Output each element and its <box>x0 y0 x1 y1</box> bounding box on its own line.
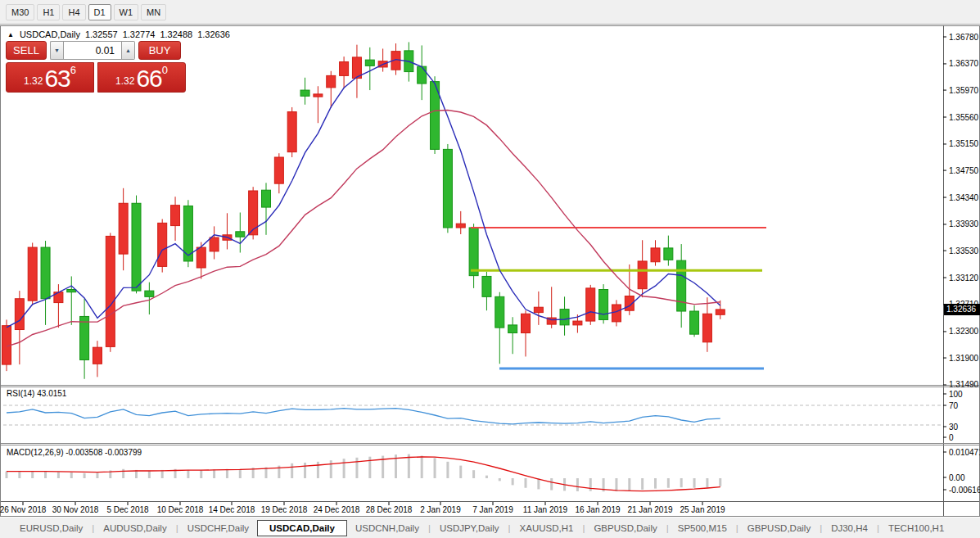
macd-histogram-bar <box>459 466 462 478</box>
date-axis-label: 25 Jan 2019 <box>680 505 725 514</box>
macd-histogram-bar <box>355 458 358 478</box>
symbol-tab-gbpusd-9[interactable]: GBPUSD,Daily <box>739 521 819 536</box>
symbol-tab-sp500-8[interactable]: SP500,M15 <box>670 521 735 536</box>
macd-histogram-bar <box>550 478 553 491</box>
candle-body <box>573 321 582 325</box>
date-axis-label: 7 Jan 2019 <box>472 505 513 514</box>
candle-body <box>651 248 660 262</box>
timeframe-button-h4[interactable]: H4 <box>62 4 85 20</box>
macd-histogram-bar <box>667 478 670 488</box>
date-axis-label: 26 Nov 2018 <box>0 505 47 514</box>
candle <box>586 285 595 325</box>
timeframe-button-d1[interactable]: D1 <box>88 4 111 20</box>
symbol-tab-usdcad-3[interactable]: USDCAD,Daily <box>257 520 347 536</box>
sell-price-button[interactable]: 1.32 63 6 <box>6 62 94 93</box>
candle-body <box>327 75 336 87</box>
candle-body <box>67 290 76 292</box>
candle <box>431 76 440 154</box>
macd-histogram-bar <box>148 471 151 478</box>
macd-histogram-bar <box>537 478 540 489</box>
timeframe-toolbar: M30H1H4D1W1MN <box>0 0 980 25</box>
candle-body <box>664 248 673 260</box>
macd-histogram-bar <box>44 472 47 478</box>
symbol-tab-xauusd-6[interactable]: XAUUSD,H1 <box>512 521 582 536</box>
tab-separator: | <box>508 523 511 533</box>
symbol-tab-audusd-1[interactable]: AUDUSD,Daily <box>95 521 174 536</box>
timeframe-button-h1[interactable]: H1 <box>37 4 60 20</box>
ohlc-high: 1.32774 <box>123 29 156 39</box>
one-click-trading-widget: SELL ▼ ▲ BUY 1.32 63 6 1.32 66 0 <box>6 41 187 93</box>
symbol-tab-gbpusd-7[interactable]: GBPUSD,Daily <box>585 521 665 536</box>
symbol-tab-usdjpy-5[interactable]: USDJPY,Daily <box>431 521 508 536</box>
macd-histogram-bar <box>628 478 630 491</box>
macd-histogram-bar <box>525 478 527 488</box>
candle <box>287 107 296 157</box>
tab-separator: | <box>820 523 822 533</box>
candle-body <box>702 314 711 342</box>
date-axis-label: 21 Jan 2019 <box>627 505 672 514</box>
tab-separator: | <box>736 523 738 533</box>
candle-body <box>340 62 349 76</box>
candle-body <box>106 236 115 346</box>
timeframe-button-mn[interactable]: MN <box>141 4 166 20</box>
candle-body <box>274 157 283 183</box>
rsi-axis-label: 0 <box>949 433 954 442</box>
macd-histogram-bar <box>57 472 60 478</box>
buy-price-button[interactable]: 1.32 66 0 <box>97 62 186 93</box>
tab-separator: | <box>582 523 585 533</box>
price-axis-label: 1.36370 <box>949 59 979 68</box>
macd-histogram-bar <box>70 472 73 478</box>
candle-body <box>287 112 296 152</box>
macd-axis-label: 0.010471 <box>949 448 980 457</box>
sell-price-prefix: 1.32 <box>24 75 43 87</box>
timeframe-button-w1[interactable]: W1 <box>114 4 139 20</box>
chart-symbol-label: USDCAD,Daily <box>20 29 80 39</box>
macd-histogram-bar <box>343 459 345 478</box>
symbol-tab-usdchf-2[interactable]: USDCHF,Daily <box>179 521 257 536</box>
candle-body <box>210 237 219 251</box>
chart-title: ▲USDCAD,Daily1.325571.327741.324881.3263… <box>7 29 230 39</box>
buy-button[interactable]: BUY <box>138 41 181 60</box>
macd-histogram-bar <box>18 472 20 478</box>
chevron-down-icon: ▼ <box>54 47 60 53</box>
macd-histogram-bar <box>239 469 242 478</box>
price-axis-label: 1.35970 <box>949 86 979 95</box>
volume-increase-button[interactable]: ▲ <box>122 41 135 60</box>
macd-histogram-bar <box>615 478 617 491</box>
candle <box>249 187 258 239</box>
macd-histogram-bar <box>719 478 721 486</box>
volume-input[interactable] <box>63 41 122 60</box>
date-axis-label: 24 Dec 2018 <box>314 505 360 514</box>
volume-decrease-button[interactable]: ▼ <box>50 41 63 60</box>
sell-button[interactable]: SELL <box>6 41 47 60</box>
date-axis-label: 14 Dec 2018 <box>209 505 255 514</box>
candle-body <box>716 310 725 314</box>
candle-body <box>677 260 686 311</box>
tab-separator: | <box>666 523 669 533</box>
symbol-tab-eurusd-0[interactable]: EURUSD,Daily <box>11 521 91 536</box>
macd-histogram-bar <box>485 476 488 478</box>
candle-body <box>80 316 89 359</box>
candle-body <box>482 276 491 296</box>
rsi-indicator-label: RSI(14) 43.0151 <box>7 389 66 398</box>
symbol-tab-tech100-11[interactable]: TECH100,H1 <box>880 521 952 536</box>
collapse-panel-icon[interactable]: ▲ <box>7 31 14 38</box>
symbol-tab-dj30-10[interactable]: DJ30,H4 <box>823 521 876 536</box>
macd-histogram-bar <box>641 478 644 490</box>
macd-histogram-bar <box>589 478 592 491</box>
candle-body <box>418 66 427 84</box>
candle-body <box>469 228 478 276</box>
macd-histogram-bar <box>421 456 423 478</box>
macd-histogram-bar <box>291 463 293 478</box>
timeframe-button-m30[interactable]: M30 <box>6 4 34 20</box>
macd-histogram-bar <box>213 469 215 478</box>
ohlc-low: 1.32488 <box>160 29 192 39</box>
candle <box>183 200 192 267</box>
candle-body <box>690 311 699 334</box>
ohlc-open: 1.32557 <box>85 29 118 39</box>
price-axis-label: 1.34750 <box>949 166 979 175</box>
candle <box>106 233 115 351</box>
symbol-tab-usdcnh-4[interactable]: USDCNH,Daily <box>347 521 427 536</box>
macd-histogram-bar <box>304 463 306 478</box>
macd-histogram-bar <box>512 478 514 485</box>
